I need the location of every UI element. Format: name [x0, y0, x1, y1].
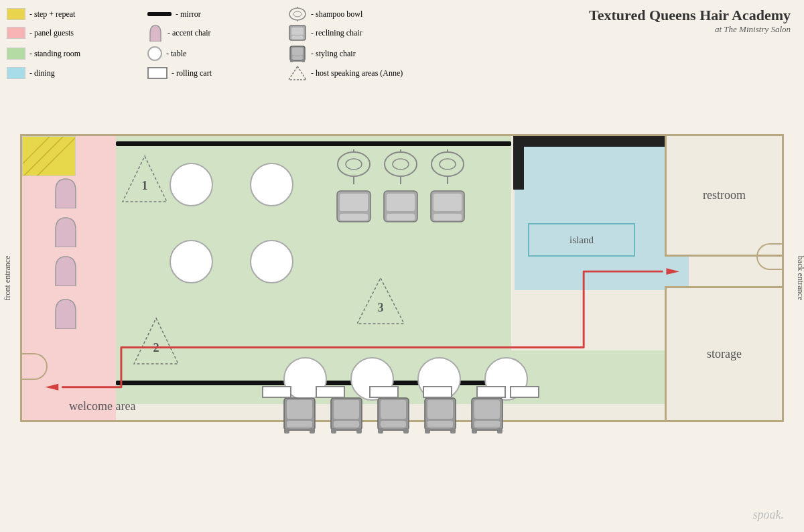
svg-rect-5: [291, 27, 304, 36]
svg-text:3: 3: [378, 301, 384, 314]
legend-dining: - dining: [7, 66, 141, 80]
svg-rect-10: [290, 59, 293, 62]
island-label: island: [528, 223, 635, 257]
legend-accent-chair-label: - accent chair: [168, 28, 211, 38]
svg-point-17: [346, 159, 362, 170]
svg-rect-44: [334, 421, 359, 427]
legend-table-label: - table: [166, 49, 186, 59]
svg-rect-38: [287, 400, 312, 419]
svg-rect-11: [302, 59, 305, 62]
svg-rect-6: [291, 36, 304, 40]
title-main: Textured Queens Hair Academy: [589, 7, 791, 24]
svg-rect-40: [284, 428, 289, 434]
reclining-chair-3: [428, 188, 467, 230]
rolling-cart-4: [423, 386, 452, 398]
legend-host-speaking-label: - host speaking areas (Anne): [311, 68, 403, 78]
svg-rect-32: [387, 194, 415, 211]
front-entrance-label: front entrance: [3, 256, 13, 301]
legend-styling-chair: - styling chair: [288, 44, 422, 63]
dining-icon: [7, 67, 25, 79]
legend-panel-guests: - panel guests: [7, 24, 141, 42]
accent-chair-1: [52, 176, 80, 211]
watermark: spoak.: [753, 508, 785, 522]
accent-chair-3: [52, 254, 80, 289]
legend-panel-guests-label: - panel guests: [29, 28, 74, 38]
rolling-cart-1: [262, 386, 291, 398]
shampoo-bowl-2: [381, 149, 420, 187]
table-1: [170, 163, 213, 206]
host-triangle-2: 2: [133, 317, 180, 370]
svg-rect-48: [381, 400, 406, 419]
styling-chair-icon: [288, 44, 307, 63]
zone-dining: [515, 136, 689, 290]
svg-rect-41: [310, 428, 315, 434]
table-2: [250, 163, 293, 206]
host-triangle-3: 3: [356, 277, 406, 330]
panel-guests-icon: [7, 27, 25, 39]
reclining-chair-2: [381, 188, 420, 230]
svg-point-0: [289, 8, 306, 20]
floorplan: restroom storage: [20, 134, 784, 422]
table-3: [170, 240, 213, 283]
svg-rect-8: [292, 48, 303, 56]
styling-chair-3: [376, 396, 411, 438]
styling-chair-2: [329, 396, 364, 438]
accent-chair-4: [52, 297, 80, 332]
legend-standing-room-label: - standing room: [29, 49, 80, 59]
mirror-icon: [147, 12, 172, 16]
legend-mirror-label: - mirror: [176, 9, 201, 19]
svg-rect-33: [387, 214, 415, 220]
legend-reclining-chair: - reclining chair: [288, 24, 422, 42]
reclining-chair-1: [334, 188, 373, 230]
host-triangle-1: 1: [121, 155, 168, 208]
svg-rect-45: [331, 428, 336, 434]
svg-rect-29: [340, 194, 368, 211]
rolling-cart-6: [510, 386, 539, 398]
legend-styling-chair-label: - styling chair: [311, 49, 356, 59]
svg-rect-56: [450, 428, 456, 434]
legend-table: - table: [147, 44, 281, 63]
legend-step-repeat-label: - step + repeat: [29, 9, 75, 19]
svg-rect-9: [292, 56, 303, 60]
step-repeat-area: [22, 136, 76, 176]
room-restroom: restroom: [665, 136, 782, 257]
svg-marker-12: [289, 66, 306, 80]
accent-chair-2: [52, 215, 80, 250]
styling-chair-1: [282, 396, 317, 438]
legend-accent-chair: - accent chair: [147, 24, 281, 42]
host-speaking-icon: [288, 66, 307, 80]
legend-reclining-chair-label: - reclining chair: [311, 28, 362, 38]
svg-text:2: 2: [153, 341, 159, 354]
shampoo-bowl-3: [428, 149, 467, 187]
legend-host-speaking: - host speaking areas (Anne): [288, 66, 422, 80]
shampoo-bowl-1: [334, 149, 373, 187]
step-repeat-icon: [7, 8, 25, 20]
shampoo-bowl-icon: [288, 7, 307, 21]
back-entrance-label: back entrance: [795, 256, 804, 300]
svg-rect-61: [497, 428, 503, 434]
room-storage: storage: [665, 286, 782, 420]
svg-rect-43: [334, 400, 359, 419]
accent-chair-icon: [147, 24, 163, 42]
svg-point-16: [338, 152, 370, 176]
rolling-cart-2: [316, 386, 345, 398]
svg-rect-50: [378, 428, 383, 434]
legend-step-repeat: - step + repeat: [7, 7, 141, 21]
svg-point-20: [385, 152, 417, 176]
svg-rect-55: [425, 428, 430, 434]
svg-point-25: [440, 159, 456, 170]
svg-rect-54: [427, 421, 453, 427]
svg-rect-49: [381, 421, 406, 427]
svg-rect-30: [340, 214, 368, 220]
rolling-cart-5: [476, 386, 506, 398]
svg-rect-35: [433, 194, 462, 211]
svg-rect-59: [474, 421, 500, 427]
styling-chair-4: [423, 396, 458, 438]
legend-rolling-cart: - rolling cart: [147, 66, 281, 80]
svg-point-24: [431, 152, 464, 176]
svg-point-21: [393, 159, 409, 170]
legend-mirror: - mirror: [147, 7, 281, 21]
svg-line-15: [23, 137, 50, 176]
legend: - step + repeat - mirror - shampoo bowl …: [7, 7, 422, 80]
legend-standing-room: - standing room: [7, 44, 141, 63]
